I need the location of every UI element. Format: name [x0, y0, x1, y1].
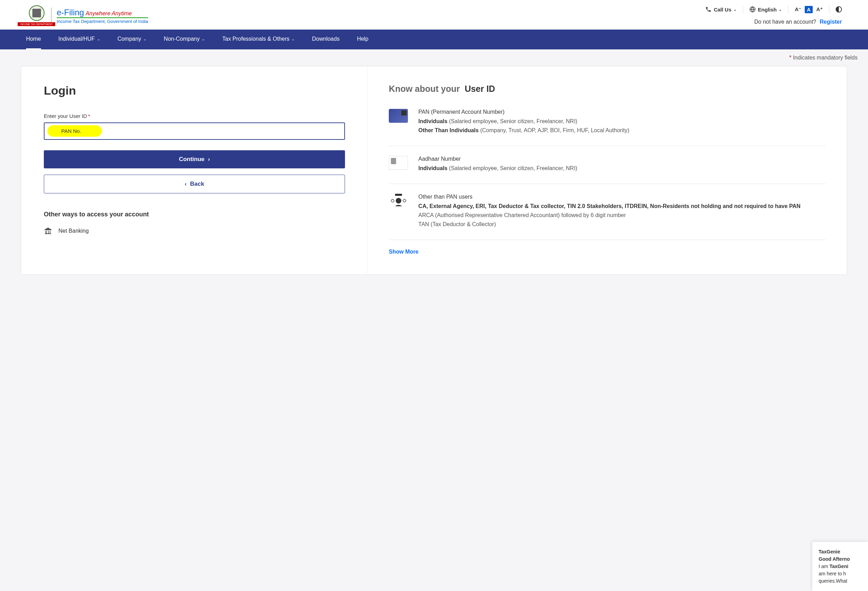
register-link[interactable]: Register [820, 19, 842, 25]
nav-downloads[interactable]: Downloads [312, 30, 340, 49]
other-users-icon [389, 194, 408, 208]
nav-home[interactable]: Home [26, 30, 41, 49]
svg-point-4 [391, 199, 394, 202]
info-pan: PAN (Permanent Account Number) Individua… [389, 108, 826, 146]
info-aadhaar: Aadhaar Number Individuals (Salaried emp… [389, 155, 826, 184]
svg-point-5 [403, 199, 406, 202]
login-title: Login [44, 84, 345, 98]
font-increase-button[interactable]: A⁺ [816, 6, 823, 13]
main-container: Login Enter your User ID* PAN No. Contin… [21, 66, 847, 275]
chevron-left-icon: ‹ [185, 180, 187, 188]
input-highlight: PAN No. [47, 125, 102, 137]
nav-help[interactable]: Help [357, 30, 368, 49]
chevron-down-icon: ⌄ [291, 37, 295, 41]
nav-tax-professionals[interactable]: Tax Professionals & Others⌄ [222, 30, 295, 49]
pan-card-icon [389, 109, 408, 123]
language-selector[interactable]: English ⌄ [749, 6, 782, 13]
logo-section: INCOME TAX DEPARTMENT e-Filing Anywhere … [26, 5, 148, 26]
nav-individual[interactable]: Individual/HUF⌄ [58, 30, 100, 49]
info-other-users: Other than PAN users CA, External Agency… [389, 193, 826, 240]
nav-non-company[interactable]: Non-Company⌄ [164, 30, 205, 49]
chevron-right-icon: › [208, 156, 210, 163]
info-panel: Know about your User ID PAN (Permanent A… [368, 66, 847, 275]
call-us-button[interactable]: Call Us ⌄ [705, 6, 737, 13]
brand-name: e-Filing [57, 7, 84, 17]
chevron-down-icon: ⌄ [734, 7, 737, 12]
no-account-text: Do not have an account? [754, 19, 816, 25]
svg-rect-2 [395, 194, 402, 196]
login-panel: Login Enter your User ID* PAN No. Contin… [21, 66, 368, 275]
divider [743, 5, 743, 13]
divider [788, 5, 788, 13]
emblem-logo: INCOME TAX DEPARTMENT [26, 5, 47, 26]
chevron-down-icon: ⌄ [97, 37, 100, 41]
net-banking-label: Net Banking [58, 228, 89, 234]
brand-tagline: Anywhere Anytime [86, 10, 132, 16]
brand-subtitle: Income Tax Department, Government of Ind… [57, 18, 148, 24]
globe-icon [749, 6, 756, 13]
user-id-label: Enter your User ID* [44, 113, 345, 119]
contrast-toggle[interactable] [836, 6, 842, 13]
font-decrease-button[interactable]: A⁻ [795, 6, 801, 13]
nav-company[interactable]: Company⌄ [118, 30, 146, 49]
font-normal-button[interactable]: A [805, 6, 813, 13]
back-button[interactable]: ‹ Back [44, 174, 345, 194]
info-title: Know about your User ID [389, 84, 826, 94]
show-more-link[interactable]: Show More [389, 249, 826, 255]
continue-button[interactable]: Continue › [44, 150, 345, 168]
chevron-down-icon: ⌄ [202, 37, 205, 41]
net-banking-link[interactable]: Net Banking [44, 227, 345, 235]
chevron-down-icon: ⌄ [143, 37, 146, 41]
phone-icon [705, 6, 712, 13]
svg-point-3 [396, 198, 401, 204]
main-nav: Home Individual/HUF⌄ Company⌄ Non-Compan… [0, 30, 868, 49]
mandatory-note: * Indicates mandatory fields [0, 49, 868, 66]
aadhaar-card-icon [389, 156, 408, 170]
brand-text: e-Filing Anywhere Anytime Income Tax Dep… [51, 7, 148, 24]
other-ways-title: Other ways to access your account [44, 211, 345, 218]
chevron-down-icon: ⌄ [779, 7, 782, 12]
header-bar: INCOME TAX DEPARTMENT e-Filing Anywhere … [0, 0, 868, 30]
divider [829, 5, 830, 13]
bank-icon [44, 227, 52, 235]
